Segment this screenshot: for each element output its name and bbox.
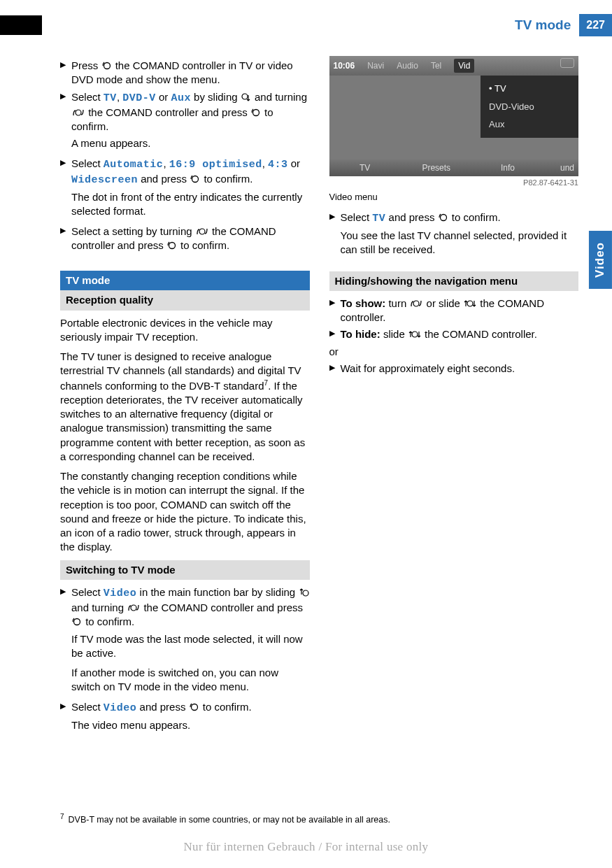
- slide-updown-icon: [408, 329, 422, 339]
- step-result: The video menu appears.: [60, 718, 310, 732]
- side-tab-video: Video: [589, 231, 612, 289]
- heading-reception-quality: Reception quality: [60, 290, 310, 310]
- bottom-info: Info: [472, 162, 543, 173]
- step-select-source: Select TV, DVD-V or Aux by sliding and t…: [60, 90, 310, 134]
- screenshot-tab: Tel: [431, 60, 441, 71]
- slide-down-icon: [241, 92, 252, 102]
- turn-icon: [127, 603, 141, 613]
- bottom-presets: Presets: [401, 162, 472, 173]
- comand-screenshot: 10:06 Navi Audio Tel Vid TV DVD-Video Au…: [329, 56, 579, 188]
- turn-icon: [409, 299, 423, 308]
- option-tv: TV: [104, 92, 117, 104]
- step-select-setting: Select a setting by turning the COMAND c…: [60, 225, 310, 253]
- bottom-und: und: [543, 162, 578, 173]
- option-16-9: 16:9 optimised: [169, 159, 262, 171]
- or-separator: or: [329, 345, 579, 359]
- turn-icon: [195, 227, 209, 236]
- press-icon: [250, 108, 262, 118]
- screenshot-tab: Navi: [367, 60, 384, 71]
- image-reference: P82.87-6421-31: [329, 178, 579, 188]
- content-area: Press the COMAND controller in TV or vid…: [60, 56, 578, 812]
- step-wait: Wait for approximately eight seconds.: [329, 362, 579, 376]
- option-automatic: Automatic: [104, 159, 164, 171]
- header-title: TV mode: [515, 16, 571, 34]
- step-result: You see the last TV channel selected, pr…: [329, 229, 579, 257]
- option-video: Video: [104, 702, 137, 714]
- screenshot-caption: Video menu: [329, 191, 579, 204]
- step-result: The dot in front of the entry indicates …: [60, 190, 310, 219]
- screenshot-bottombar: TV Presets Info und: [329, 159, 579, 176]
- step-select-tv: Select TV and press to confirm.: [329, 211, 579, 226]
- step-result: If another mode is switched on, you can …: [60, 666, 310, 695]
- step-select-video: Select Video in the main function bar by…: [60, 585, 310, 629]
- screenshot-body: TV DVD-Video Aux: [329, 76, 579, 159]
- step-select-video-confirm: Select Video and press to confirm.: [60, 700, 310, 716]
- screenshot-menu: TV DVD-Video Aux: [481, 76, 578, 138]
- step-to-hide: To hide: slide the COMAND controller.: [329, 327, 579, 341]
- screenshot-tab-active: Vid: [454, 59, 474, 73]
- turn-icon: [71, 108, 85, 118]
- option-tv: TV: [372, 213, 385, 225]
- screenshot-topbar: 10:06 Navi Audio Tel Vid: [329, 56, 579, 76]
- slide-updown-icon: [463, 299, 477, 308]
- step-press-controller: Press the COMAND controller in TV or vid…: [60, 59, 310, 87]
- screenshot-time: 10:06: [334, 60, 355, 71]
- slide-up-icon: [298, 588, 309, 597]
- phone-icon: [560, 58, 574, 68]
- bottom-tv: TV: [329, 162, 401, 173]
- para-reception: The constantly changing reception condit…: [60, 469, 310, 555]
- option-dvd-v: DVD-V: [122, 92, 156, 104]
- option-aux: Aux: [171, 92, 191, 104]
- option-widescreen: Widescreen: [71, 174, 138, 186]
- heading-tv-mode: TV mode: [60, 271, 310, 290]
- press-icon: [189, 702, 200, 712]
- heading-nav-menu: Hiding/showing the navigation menu: [329, 271, 579, 291]
- page-header: TV mode 227: [0, 15, 612, 35]
- step-to-show: To show: turn or slide the COMAND contro…: [329, 297, 579, 325]
- menu-item-dvd: DVD-Video: [481, 98, 578, 116]
- press-icon: [71, 617, 83, 627]
- footnote-text: DVB-T may not be available in some count…: [69, 815, 390, 825]
- header-strip: [0, 15, 42, 35]
- step-select-format: Select Automatic, 16:9 optimised, 4:3 or…: [60, 157, 310, 188]
- press-icon: [190, 174, 201, 184]
- footnote-number: 7: [60, 813, 64, 820]
- option-4-3: 4:3: [268, 159, 288, 171]
- para-tuner: The TV tuner is designed to receive anal…: [60, 350, 310, 464]
- option-video: Video: [104, 588, 137, 599]
- step-result: If TV mode was the last mode selected, i…: [60, 632, 310, 661]
- footnote: 7DVB-T may not be available in some coun…: [60, 812, 578, 826]
- para-impair: Portable electronic devices in the vehic…: [60, 316, 310, 345]
- watermark: Nur für internen Gebrauch / For internal…: [0, 839, 612, 855]
- menu-item-tv: TV: [481, 80, 578, 98]
- press-icon: [438, 213, 449, 222]
- page-number: 227: [579, 14, 612, 36]
- press-icon: [166, 241, 178, 250]
- step-result: A menu appears.: [60, 136, 310, 150]
- press-icon: [101, 61, 113, 71]
- heading-switching-tv: Switching to TV mode: [60, 560, 310, 580]
- menu-item-aux: Aux: [481, 115, 578, 134]
- screenshot-tab: Audio: [397, 60, 418, 71]
